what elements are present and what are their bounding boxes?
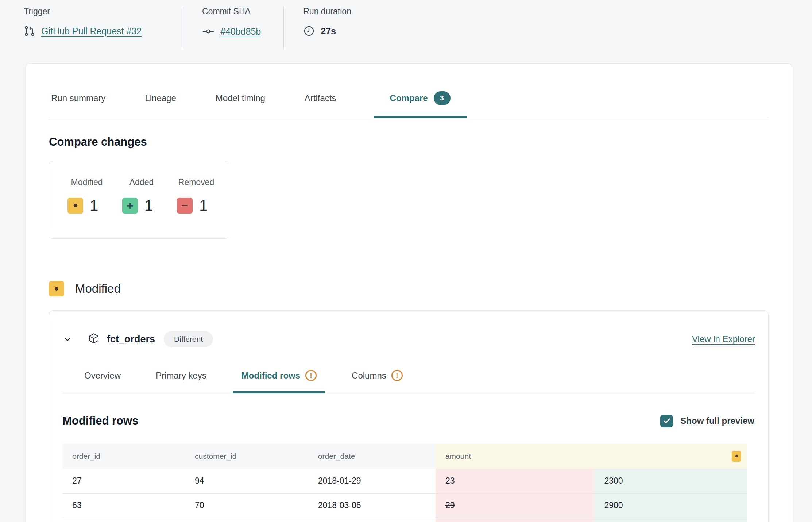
show-full-preview-toggle[interactable]: Show full preview [660, 415, 754, 427]
cell-amount-new [594, 518, 747, 522]
commit-sha-link[interactable]: #40bd85b [220, 26, 261, 37]
warning-icon: ! [305, 370, 317, 381]
removed-minus-icon: − [177, 198, 193, 214]
model-name: fct_orders [107, 334, 155, 345]
modified-rows-title: Modified rows [62, 414, 138, 427]
tab-columns[interactable]: Columns ! [343, 370, 411, 393]
model-status-badge: Different [164, 331, 213, 347]
table-header-row: order_id customer_id order_date amount [62, 444, 747, 469]
cell-order-id [62, 518, 185, 522]
cell-order-date: 2018-01-29 [308, 469, 436, 493]
cell-customer-id: 70 [185, 493, 308, 518]
cell-order-date [308, 518, 436, 522]
chevron-down-icon[interactable] [62, 334, 73, 344]
modified-rows-table: order_id customer_id order_date amount 2… [62, 444, 747, 522]
modified-rows-header: Modified rows Show full preview [62, 414, 755, 427]
tab-compare[interactable]: Compare 3 [374, 91, 467, 118]
table-row [62, 518, 747, 522]
pull-request-icon [24, 25, 35, 37]
clock-icon [303, 25, 315, 37]
run-meta-header: Trigger GitHub Pull Request #32 Commit S… [0, 0, 812, 63]
compare-count-badge: 3 [434, 91, 451, 105]
col-amount: amount [436, 444, 747, 469]
trigger-label: Trigger [24, 7, 183, 16]
removed-count: 1 [199, 197, 208, 214]
tab-model-timing[interactable]: Model timing [213, 91, 267, 118]
table-row: 27 94 2018-01-29 23 2300 [62, 469, 747, 493]
model-cube-icon [88, 333, 100, 346]
warning-icon: ! [391, 370, 403, 381]
cell-order-id: 63 [62, 493, 185, 518]
trigger-block: Trigger GitHub Pull Request #32 [24, 7, 183, 63]
commit-block: Commit SHA #40bd85b [183, 7, 284, 49]
added-count: 1 [144, 197, 153, 214]
tab-lineage[interactable]: Lineage [143, 91, 178, 118]
model-diff-card: fct_orders Different View in Explorer Ov… [49, 310, 769, 522]
table-row: 63 70 2018-03-06 29 2900 [62, 493, 747, 518]
run-tabs: Run summary Lineage Model timing Artifac… [49, 91, 769, 118]
commit-icon [202, 25, 214, 38]
model-header: fct_orders Different View in Explorer [62, 311, 755, 347]
modified-section-title: Modified [75, 282, 121, 296]
modified-column-marker-icon [732, 451, 741, 462]
cell-customer-id: 94 [185, 469, 308, 493]
stat-removed: Removed − 1 [177, 177, 216, 214]
cell-amount-new: 2900 [594, 493, 747, 518]
cell-order-id: 27 [62, 469, 185, 493]
checkbox-checked-icon[interactable] [660, 415, 673, 427]
duration-block: Run duration 27s [284, 7, 351, 63]
col-customer-id: customer_id [185, 444, 308, 469]
modified-section-header: Modified [49, 281, 769, 296]
commit-label: Commit SHA [202, 7, 261, 16]
run-detail-card: Run summary Lineage Model timing Artifac… [26, 63, 792, 522]
modified-dot-icon [67, 198, 83, 214]
cell-customer-id [185, 518, 308, 522]
cell-amount-old: 23 [436, 469, 594, 493]
stat-modified: Modified 1 [67, 177, 106, 214]
show-full-preview-label: Show full preview [680, 416, 754, 426]
trigger-link[interactable]: GitHub Pull Request #32 [41, 26, 142, 37]
cell-amount-old: 29 [436, 493, 594, 518]
tab-artifacts[interactable]: Artifacts [302, 91, 339, 118]
duration-value: 27s [321, 26, 336, 37]
stat-added: Added + 1 [122, 177, 161, 214]
col-order-date: order_date [308, 444, 436, 469]
tab-overview[interactable]: Overview [76, 370, 129, 393]
cell-order-date: 2018-03-06 [308, 493, 436, 518]
view-in-explorer-link[interactable]: View in Explorer [692, 334, 755, 344]
added-plus-icon: + [122, 198, 138, 214]
change-summary-card: Modified 1 Added + 1 Removed − 1 [49, 161, 228, 239]
modified-count: 1 [90, 197, 98, 214]
col-order-id: order_id [62, 444, 185, 469]
model-tabs: Overview Primary keys Modified rows ! Co… [62, 370, 755, 393]
tab-primary-keys[interactable]: Primary keys [147, 370, 215, 393]
cell-amount-new: 2300 [594, 469, 747, 493]
tab-run-summary[interactable]: Run summary [49, 91, 108, 118]
tab-modified-rows[interactable]: Modified rows ! [233, 370, 325, 393]
cell-amount-old [436, 518, 594, 522]
compare-changes-heading: Compare changes [49, 135, 769, 149]
modified-dot-icon [49, 281, 64, 296]
duration-label: Run duration [303, 7, 351, 16]
